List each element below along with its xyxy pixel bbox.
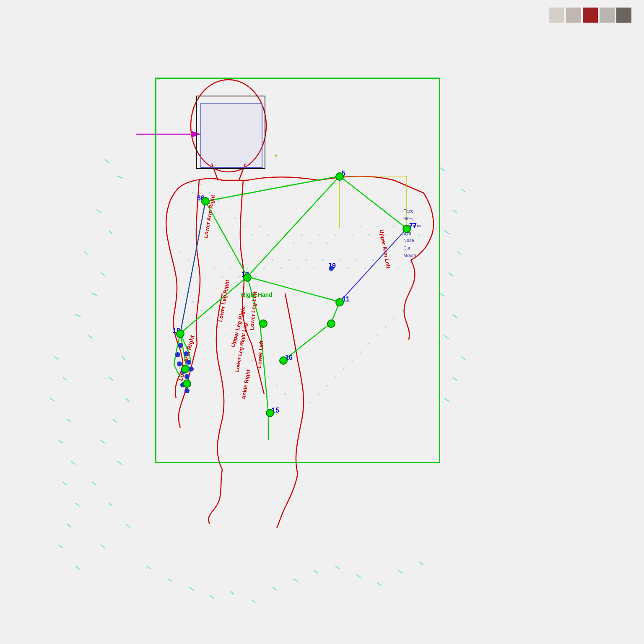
keypoint-6 <box>201 197 210 205</box>
kp-blue-19 <box>329 266 334 271</box>
svg-line-43 <box>377 583 382 586</box>
swatch-1 <box>549 8 564 23</box>
svg-line-13 <box>113 419 117 423</box>
keypoint-7 <box>402 225 411 233</box>
svg-line-34 <box>189 587 194 590</box>
svg-line-27 <box>453 314 457 318</box>
svg-line-26 <box>440 293 445 296</box>
svg-line-11 <box>109 377 113 381</box>
svg-line-14 <box>101 440 105 443</box>
svg-line-44 <box>398 570 402 574</box>
svg-line-31 <box>444 398 449 402</box>
svg-line-4 <box>109 231 112 234</box>
race-gender-label: , <box>275 132 277 160</box>
svg-line-15 <box>117 461 122 465</box>
kp-blue-10 <box>184 388 190 393</box>
svg-line-39 <box>293 579 298 582</box>
svg-line-2 <box>117 176 122 178</box>
svg-line-32 <box>147 566 151 569</box>
svg-line-51 <box>71 461 75 465</box>
mouth-label: Mouth <box>403 253 416 258</box>
svg-line-24 <box>457 252 461 254</box>
svg-line-33 <box>168 579 172 582</box>
swatch-4 <box>600 8 615 23</box>
svg-line-52 <box>63 482 67 485</box>
svg-line-1 <box>105 159 109 163</box>
keypoint-11 <box>335 298 344 306</box>
keypoint-5 <box>335 172 344 181</box>
color-swatches <box>549 8 631 23</box>
svg-line-35 <box>210 595 214 599</box>
keypoint-10 <box>176 330 184 338</box>
svg-line-28 <box>444 335 449 339</box>
svg-line-36 <box>231 591 234 595</box>
kp-blue-1 <box>178 343 183 348</box>
svg-line-18 <box>126 524 130 527</box>
svg-line-22 <box>453 210 457 213</box>
keypoint-upper-leg <box>327 319 335 328</box>
svg-line-9 <box>88 335 93 338</box>
nose-label: Nose <box>403 238 414 243</box>
svg-line-54 <box>67 524 71 527</box>
svg-line-50 <box>59 440 63 443</box>
kp-blue-5 <box>184 351 189 356</box>
svg-line-21 <box>461 189 465 192</box>
kp-blue-3 <box>177 361 182 366</box>
svg-line-29 <box>461 356 465 360</box>
svg-line-23 <box>444 231 449 234</box>
keypoint-13 <box>243 273 252 282</box>
swatch-3 <box>583 8 598 23</box>
svg-line-56 <box>75 566 80 569</box>
svg-line-55 <box>59 545 63 548</box>
svg-line-45 <box>419 562 423 565</box>
svg-line-10 <box>122 356 125 360</box>
svg-line-40 <box>314 570 318 573</box>
kp-blue-8 <box>184 374 190 379</box>
svg-line-16 <box>92 482 96 485</box>
svg-line-7 <box>92 293 97 296</box>
face-label: Face 99% <box>403 208 413 221</box>
svg-line-6 <box>101 273 105 275</box>
keypoint-lower-leg <box>259 319 267 328</box>
svg-line-48 <box>50 398 55 401</box>
svg-line-47 <box>63 377 67 380</box>
svg-line-17 <box>109 503 112 506</box>
swatch-5 <box>616 8 631 23</box>
svg-line-30 <box>453 377 457 381</box>
svg-line-19 <box>101 545 105 548</box>
svg-line-42 <box>356 574 361 578</box>
svg-line-5 <box>84 252 88 254</box>
face-bounding-box-inner: Face 99% Eyebrow Eye Nose Ear Mouth <box>200 103 262 168</box>
svg-line-41 <box>335 566 340 569</box>
svg-line-3 <box>96 210 101 213</box>
keypoint-16 <box>279 356 288 365</box>
keypoint-15 <box>266 409 274 417</box>
svg-line-49 <box>67 419 71 422</box>
face-attribute-labels: Face 99% Eyebrow Eye Nose Ear Mouth <box>403 208 421 259</box>
svg-line-46 <box>55 356 58 359</box>
svg-line-8 <box>75 314 80 317</box>
keypoint-right-hand <box>181 365 190 373</box>
swatch-2 <box>566 8 581 23</box>
svg-line-53 <box>75 503 80 506</box>
keypoint-right-hand2 <box>183 379 191 388</box>
kp-blue-2 <box>175 352 180 357</box>
svg-line-20 <box>440 168 445 171</box>
svg-line-38 <box>273 587 277 590</box>
svg-line-37 <box>252 600 255 602</box>
kp-blue-6 <box>186 360 191 365</box>
svg-line-12 <box>126 398 129 402</box>
svg-line-25 <box>449 273 453 276</box>
ear-label: Ear <box>403 245 410 250</box>
